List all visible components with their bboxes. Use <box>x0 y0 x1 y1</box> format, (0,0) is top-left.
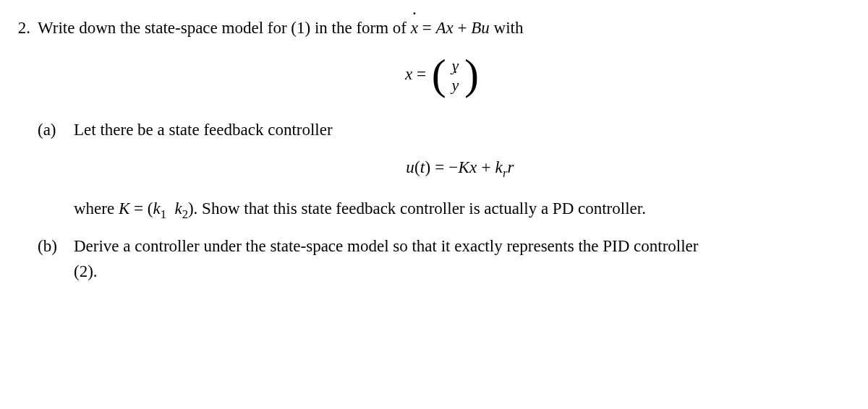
part-b-line2: (2). <box>74 259 846 285</box>
state-vector-definition: x = ( y y ) <box>38 54 846 98</box>
controller-equation: u(t) = −Kx + krr <box>74 155 846 181</box>
part-b-content: Derive a controller under the state-spac… <box>74 234 846 284</box>
k-sym: k <box>495 158 503 176</box>
part-b: (b) Derive a controller under the state-… <box>9 234 846 284</box>
k-sub-r: r <box>503 166 508 180</box>
part-a-label: (a) <box>38 118 74 143</box>
part-b-line1: Derive a controller under the state-spac… <box>74 234 846 259</box>
problem-page: 2. Write down the state-space model for … <box>0 0 868 409</box>
k-space <box>166 199 175 218</box>
x-dot: x <box>411 16 418 41</box>
part-a-intro: Let there be a state feedback controller <box>74 121 333 139</box>
K-close: ). <box>188 199 197 218</box>
K-eq-open: = ( <box>129 199 153 218</box>
problem-number: 2. <box>9 16 38 41</box>
k1: k <box>153 199 160 218</box>
plus-2: + <box>477 158 495 176</box>
part-b-label: (b) <box>38 234 74 259</box>
x-lhs: x <box>405 65 412 83</box>
r-sym: r <box>508 158 514 176</box>
x-sym: x <box>469 158 477 176</box>
neg-sign: − <box>448 158 458 176</box>
vector-row-2: y <box>451 76 459 95</box>
Bu: Bu <box>471 19 490 37</box>
part-a: (a) Let there be a state feedback contro… <box>9 118 846 222</box>
prompt-suffix: with <box>490 19 524 37</box>
problem-item: 2. Write down the state-space model for … <box>9 16 846 113</box>
where-suffix: Show that this state feedback controller… <box>197 199 646 218</box>
prompt-prefix: Write down the state-space model for (1)… <box>38 19 411 37</box>
state-vector: ( y y ) <box>432 54 479 98</box>
vector-entries: y y <box>450 54 460 98</box>
paren-left: ( <box>432 53 446 96</box>
plus-1: + <box>454 19 471 37</box>
k1-sub: 1 <box>161 207 166 220</box>
k2-sub: 2 <box>182 207 188 220</box>
problem-content: Write down the state-space model for (1)… <box>38 16 846 113</box>
K-sym: K <box>459 158 470 176</box>
Ax: Ax <box>435 19 453 37</box>
eq-sign-3: = <box>430 158 448 176</box>
where-prefix: where <box>74 199 119 218</box>
k2: k <box>174 199 182 218</box>
prompt-text: Write down the state-space model for (1)… <box>38 19 523 37</box>
eq-sign-2: = <box>417 65 430 83</box>
K-sym-2: K <box>119 199 129 218</box>
part-a-where: where K = (k1 k2). Show that this state … <box>74 197 846 222</box>
paren-right: ) <box>464 53 479 96</box>
eq-sign: = <box>418 19 435 37</box>
part-a-content: Let there be a state feedback controller… <box>74 118 846 222</box>
u-of-t: u(t) <box>406 158 430 176</box>
